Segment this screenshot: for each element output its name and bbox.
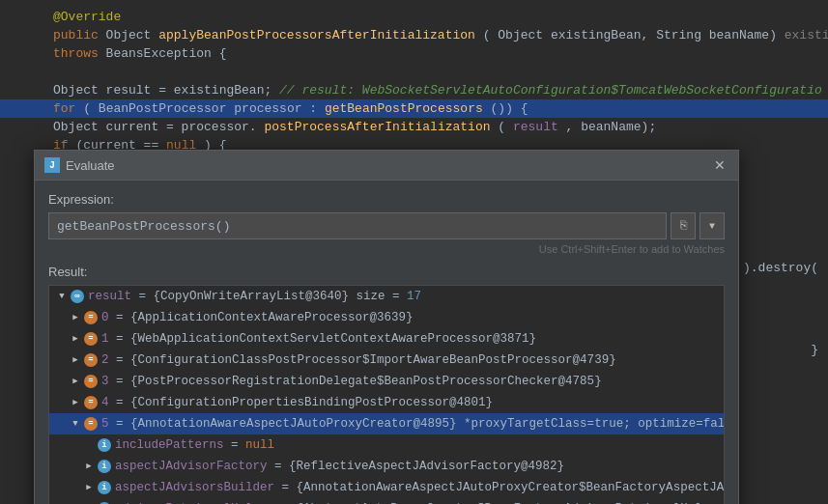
code-line-2: public Object applyBeanPostProcessorsAft…	[0, 26, 828, 44]
tree-arrow-4[interactable]: ▶	[69, 396, 82, 409]
code-line-1: @Override	[0, 8, 828, 26]
tree-row-1[interactable]: ▶ = 1 = {WebApplicationContextServletCon…	[49, 328, 724, 350]
tree-arrow-af[interactable]: ▶	[82, 460, 96, 473]
tree-icon-ip: i	[98, 438, 111, 452]
tree-arrow-3[interactable]: ▶	[69, 375, 82, 388]
dialog-icon: J	[44, 157, 60, 173]
tree-row-advisorretrievalhelper[interactable]: ▶ i advisorRetrievalHelper = {AbstractAu…	[49, 498, 724, 504]
tree-row-2[interactable]: ▶ = 2 = {ConfigurationClassPostProcessor…	[49, 350, 724, 371]
dialog-title-section: J Evaluate	[44, 157, 115, 173]
copy-button[interactable]: ⎘	[671, 212, 696, 239]
code-line-6: for ( BeanPostProcessor processor : getB…	[0, 99, 828, 118]
tree-arrow-5[interactable]: ▼	[69, 417, 82, 431]
history-dropdown[interactable]: ▼	[700, 212, 725, 239]
dialog-close-button[interactable]: ✕	[711, 156, 728, 174]
expression-label: Expression:	[48, 192, 725, 207]
expression-input[interactable]	[48, 212, 667, 239]
tree-icon-root: ∞	[71, 290, 84, 303]
code-line-5: Object result = existingBean; // result:…	[0, 81, 828, 99]
tree-arrow-ip	[82, 438, 96, 452]
dialog-titlebar: J Evaluate ✕	[35, 151, 738, 181]
hint-text: Use Ctrl+Shift+Enter to add to Watches	[48, 243, 725, 255]
tree-icon-2: =	[84, 353, 98, 367]
code-line-4	[0, 63, 828, 81]
tree-row-aspectjadvisorfactory[interactable]: ▶ i aspectJAdvisorFactory = {ReflectiveA…	[49, 456, 724, 477]
result-tree[interactable]: ▼ ∞ result = {CopyOnWriteArrayList@3640}…	[48, 285, 725, 504]
tree-row-aspectjadvisorsbuilder[interactable]: ▶ i aspectJAdvisorsBuilder = {Annotation…	[49, 477, 724, 498]
right-code-fragment: ).destroy(	[743, 261, 818, 275]
dialog-title-text: Evaluate	[66, 158, 115, 173]
tree-icon-3: =	[84, 375, 98, 388]
result-label: Result:	[48, 265, 725, 279]
evaluate-dialog: J Evaluate ✕ Expression: ⎘ ▼ Use Ctrl+Sh…	[34, 150, 739, 504]
expression-row: ⎘ ▼	[48, 212, 725, 239]
tree-icon-af: i	[98, 460, 111, 473]
tree-arrow-1[interactable]: ▶	[69, 332, 82, 346]
dialog-body: Expression: ⎘ ▼ Use Ctrl+Shift+Enter to …	[35, 181, 738, 504]
tree-arrow-root[interactable]: ▼	[55, 290, 69, 303]
tree-row-5[interactable]: ▼ = 5 = {AnnotationAwareAspectJAutoProxy…	[49, 413, 724, 434]
tree-row-root[interactable]: ▼ ∞ result = {CopyOnWriteArrayList@3640}…	[49, 286, 724, 307]
tree-row-0[interactable]: ▶ = 0 = {ApplicationContextAwareProcesso…	[49, 307, 724, 328]
right-code-fragment-2: }	[811, 343, 818, 357]
tree-arrow-ab[interactable]: ▶	[82, 481, 96, 494]
tree-icon-0: =	[84, 311, 98, 324]
tree-row-includepatterns[interactable]: i includePatterns = null	[49, 434, 724, 456]
tree-icon-ab: i	[98, 481, 111, 494]
code-line-3: throws BeansException {	[0, 44, 828, 63]
tree-row-3[interactable]: ▶ = 3 = {PostProcessorRegistrationDelega…	[49, 371, 724, 392]
code-line-7: Object current = processor. postProcessA…	[0, 118, 828, 136]
tree-arrow-2[interactable]: ▶	[69, 353, 82, 367]
tree-arrow-0[interactable]: ▶	[69, 311, 82, 324]
tree-row-4[interactable]: ▶ = 4 = {ConfigurationPropertiesBindingP…	[49, 392, 724, 413]
tree-icon-1: =	[84, 332, 98, 346]
tree-icon-5: =	[84, 417, 98, 431]
tree-icon-4: =	[84, 396, 98, 409]
